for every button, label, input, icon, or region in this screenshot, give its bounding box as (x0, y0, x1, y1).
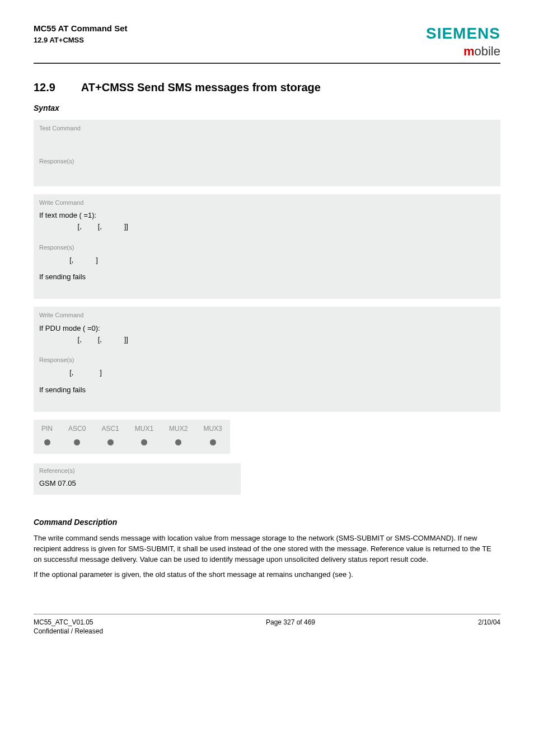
pin-table-row (34, 436, 230, 454)
reference-value: GSM 07.05 (39, 478, 235, 489)
mux2-header: MUX2 (161, 420, 195, 436)
section-number: 12.9 (34, 79, 78, 95)
spacer (39, 266, 495, 271)
write-text-response-block: Response(s) [, ] If sending fails (34, 239, 500, 299)
doc-title: MC55 AT Command Set (34, 22, 128, 34)
footer-left-line2: Confidential / Released (34, 627, 103, 636)
write-pdu-line2: [, [, ]] (39, 335, 495, 345)
brand-subtitle: mobile (426, 43, 500, 60)
test-response-block: Response(s) (34, 153, 500, 186)
footer-center: Page 327 of 469 (266, 618, 315, 637)
dot-icon (210, 439, 216, 445)
description-p1: The write command sends message with loc… (34, 533, 500, 565)
spacer (39, 396, 495, 405)
page-header: MC55 AT Command Set 12.9 AT+CMSS SIEMENS… (34, 22, 500, 64)
test-command-block: Test Command (34, 120, 500, 153)
write-text-line2: [, [, ]] (39, 222, 495, 232)
dot-icon (107, 439, 114, 445)
dot-icon (44, 439, 50, 445)
asc1-cell (93, 436, 127, 454)
footer-left: MC55_ATC_V01.05 Confidential / Released (34, 618, 103, 637)
spacer (39, 379, 495, 384)
dot-icon (141, 439, 147, 445)
write-text-resp-line: [, ] (39, 255, 495, 265)
test-response-content (39, 170, 495, 180)
mux3-cell (195, 436, 229, 454)
pin-cell (34, 436, 60, 454)
write-text-command-block: Write Command If text mode ( =1): [, [, … (34, 194, 500, 239)
asc1-header: ASC1 (93, 420, 127, 436)
brand-sub-rest: obile (475, 44, 500, 58)
spacer (39, 283, 495, 292)
reference-block: Reference(s) GSM 07.05 (34, 463, 241, 495)
page-footer: MC55_ATC_V01.05 Confidential / Released … (34, 614, 500, 637)
reference-label: Reference(s) (39, 467, 235, 475)
test-command-label: Test Command (39, 124, 495, 133)
write-text-label: Write Command (39, 199, 495, 207)
write-pdu-label: Write Command (39, 311, 495, 320)
header-right: SIEMENS mobile (426, 22, 500, 60)
asc0-header: ASC0 (60, 420, 93, 436)
syntax-label: Syntax (34, 103, 500, 114)
write-pdu-resp-label: Response(s) (39, 356, 495, 364)
description-heading: Command Description (34, 517, 500, 528)
doc-subtitle: 12.9 AT+CMSS (34, 35, 128, 45)
write-pdu-resp-line: [, ] (39, 368, 495, 378)
description-p2: If the optional parameter is given, the … (34, 570, 500, 580)
section-heading: 12.9 AT+CMSS Send SMS messages from stor… (34, 79, 500, 95)
dot-icon (74, 439, 80, 445)
write-pdu-fail: If sending fails (39, 385, 495, 395)
mux1-header: MUX1 (127, 420, 161, 436)
pin-header: PIN (34, 420, 60, 436)
test-response-label: Response(s) (39, 157, 495, 166)
description-body: The write command sends message with loc… (34, 533, 500, 580)
write-pdu-command-block: Write Command If PDU mode ( =0): [, [, ]… (34, 307, 500, 351)
asc0-cell (60, 436, 93, 454)
footer-right: 2/10/04 (478, 618, 500, 637)
pin-table-block: PIN ASC0 ASC1 MUX1 MUX2 MUX3 (34, 420, 230, 454)
write-text-resp-label: Response(s) (39, 243, 495, 252)
header-left: MC55 AT Command Set 12.9 AT+CMSS (34, 22, 128, 45)
write-pdu-line1: If PDU mode ( =0): (39, 323, 495, 334)
mux3-header: MUX3 (195, 420, 229, 436)
brand-logo: SIEMENS (426, 22, 500, 44)
pin-table: PIN ASC0 ASC1 MUX1 MUX2 MUX3 (34, 420, 230, 454)
footer-left-line1: MC55_ATC_V01.05 (34, 618, 103, 627)
pin-table-header-row: PIN ASC0 ASC1 MUX1 MUX2 MUX3 (34, 420, 230, 436)
dot-icon (175, 439, 181, 445)
mux2-cell (161, 436, 195, 454)
write-text-line1: If text mode ( =1): (39, 210, 495, 220)
mux1-cell (127, 436, 161, 454)
write-pdu-response-block: Response(s) [, ] If sending fails (34, 351, 500, 412)
brand-sub-m: m (463, 44, 475, 58)
section-title: AT+CMSS Send SMS messages from storage (81, 81, 321, 93)
test-command-content (39, 136, 495, 146)
write-text-fail: If sending fails (39, 272, 495, 282)
